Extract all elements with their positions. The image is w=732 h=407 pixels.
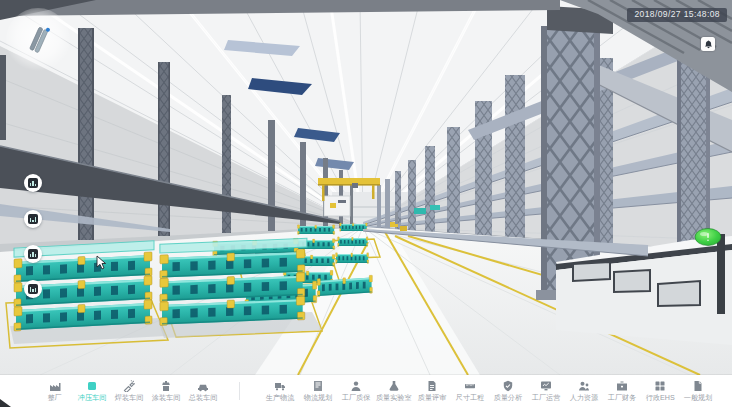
tab-label: 一般规划 bbox=[684, 394, 713, 401]
welding-icon bbox=[123, 380, 135, 392]
tab-label: 冲压车间 bbox=[77, 394, 106, 401]
tab-factory-finance[interactable]: 工厂财务 bbox=[603, 380, 641, 402]
tab-label: 质量分析 bbox=[494, 394, 523, 401]
logistics-planning-icon bbox=[312, 380, 324, 392]
lab-flask-icon bbox=[388, 380, 400, 392]
tab-painting-shop[interactable]: 涂装车间 bbox=[147, 380, 184, 402]
painting-icon bbox=[160, 380, 172, 392]
tab-label: 行政EHS bbox=[646, 394, 675, 401]
tab-label: 物流规划 bbox=[304, 394, 333, 401]
tab-welding-shop[interactable]: 焊装车间 bbox=[110, 380, 147, 402]
tab-quality-review[interactable]: 质量评审 bbox=[413, 380, 451, 402]
general-planning-icon bbox=[692, 380, 704, 392]
digital-twin-app: 2018/09/27 15:48:08 整厂 冲压车间 焊装车间 bbox=[0, 0, 732, 407]
toolbar-divider bbox=[239, 382, 240, 400]
tab-quality-lab[interactable]: 质量实验室 bbox=[375, 380, 413, 402]
tab-label: 总装车间 bbox=[188, 394, 217, 401]
kpi-monitor-icon bbox=[28, 284, 38, 294]
logistics-truck-icon bbox=[274, 380, 286, 392]
scene-corner-artifact bbox=[0, 399, 11, 407]
final-assembly-icon bbox=[197, 380, 209, 392]
tab-factory-operations[interactable]: 工厂运营 bbox=[527, 380, 565, 402]
scene-timestamp: 2018/09/27 15:48:08 bbox=[627, 8, 727, 22]
tab-label: 人力资源 bbox=[570, 394, 599, 401]
kpi-monitor-icon bbox=[28, 178, 38, 188]
tab-label: 工厂运营 bbox=[532, 394, 561, 401]
dimension-ruler-icon bbox=[464, 380, 476, 392]
finance-briefcase-icon bbox=[616, 380, 628, 392]
tab-final-assembly-shop[interactable]: 总装车间 bbox=[184, 380, 221, 402]
factory-3d-scene[interactable] bbox=[0, 0, 732, 375]
tab-label: 工厂质保 bbox=[342, 394, 371, 401]
tab-human-resources[interactable]: 人力资源 bbox=[565, 380, 603, 402]
tab-label: 焊装车间 bbox=[114, 394, 143, 401]
tab-factory-qa[interactable]: 工厂质保 bbox=[337, 380, 375, 402]
tab-label: 质量实验室 bbox=[376, 394, 412, 401]
kpi-monitor-icon bbox=[28, 249, 38, 259]
kpi-panel-button-3[interactable] bbox=[24, 245, 42, 263]
kpi-monitor-icon bbox=[28, 214, 38, 224]
tab-stamping-shop[interactable]: 冲压车间 bbox=[73, 380, 110, 402]
tab-whole-plant[interactable]: 整厂 bbox=[36, 380, 73, 402]
quality-analysis-icon bbox=[502, 380, 514, 392]
kpi-panel-button-1[interactable] bbox=[24, 174, 42, 192]
company-logo bbox=[6, 8, 70, 72]
quality-assurance-icon bbox=[350, 380, 362, 392]
tab-label: 生产物流 bbox=[266, 394, 295, 401]
ehs-grid-icon bbox=[654, 380, 666, 392]
tab-quality-analysis[interactable]: 质量分析 bbox=[489, 380, 527, 402]
tab-label: 工厂财务 bbox=[608, 394, 637, 401]
tab-logistics-planning[interactable]: 物流规划 bbox=[299, 380, 337, 402]
bell-icon bbox=[704, 40, 713, 49]
factory-icon bbox=[49, 380, 61, 392]
kpi-panel-button-2[interactable] bbox=[24, 210, 42, 228]
viewport-3d[interactable] bbox=[0, 0, 732, 375]
bottom-toolbar: 整厂 冲压车间 焊装车间 涂装车间 总装车间 生产物流 物流规划 bbox=[0, 375, 732, 407]
alert-marker[interactable] bbox=[695, 229, 721, 246]
tab-label: 质量评审 bbox=[418, 394, 447, 401]
human-resources-icon bbox=[578, 380, 590, 392]
tab-label: 尺寸工程 bbox=[456, 394, 485, 401]
tab-label: 涂装车间 bbox=[151, 394, 180, 401]
tab-label: 整厂 bbox=[47, 394, 61, 401]
stamping-icon bbox=[86, 380, 98, 392]
kpi-panel-button-4[interactable] bbox=[24, 280, 42, 298]
tab-general-planning[interactable]: 一般规划 bbox=[679, 380, 717, 402]
tab-production-logistics[interactable]: 生产物流 bbox=[261, 380, 299, 402]
quality-review-icon bbox=[426, 380, 438, 392]
notification-button[interactable] bbox=[701, 37, 715, 51]
tab-admin-ehs[interactable]: 行政EHS bbox=[641, 380, 679, 402]
tab-dimension-engineering[interactable]: 尺寸工程 bbox=[451, 380, 489, 402]
operations-monitor-icon bbox=[540, 380, 552, 392]
